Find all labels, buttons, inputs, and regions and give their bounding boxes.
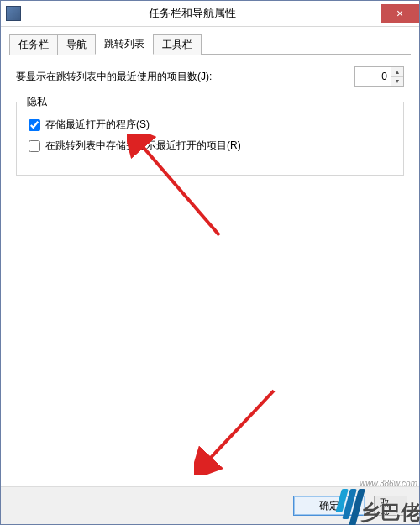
spinner-down[interactable]: ▼	[391, 77, 403, 87]
jumplist-count-label: 要显示在跳转列表中的最近使用的项目数(J):	[16, 70, 212, 84]
store-items-row[interactable]: 在跳转列表中存储并显示最近打开的项目(R)	[29, 139, 395, 153]
svg-line-1	[207, 391, 274, 462]
label-accel: (S)	[136, 118, 150, 130]
annotation-arrow-bottom	[194, 382, 286, 475]
tabstrip-container: 任务栏 导航 跳转列表 工具栏	[1, 27, 419, 55]
dialog-window: 任务栏和导航属性 × 任务栏 导航 跳转列表 工具栏 要显示在跳转列表中的最近使…	[0, 0, 420, 525]
content-area: 要显示在跳转列表中的最近使用的项目数(J): ▲ ▼ 隐私 存储最近打开的程序(…	[1, 55, 419, 486]
label-accel: (R)	[227, 139, 241, 151]
app-icon	[6, 6, 21, 21]
titlebar: 任务栏和导航属性 ×	[1, 1, 419, 27]
label-text: 存储最近打开的程序	[45, 118, 136, 130]
privacy-groupbox: 隐私 存储最近打开的程序(S) 在跳转列表中存储并显示最近打开的项目(R)	[16, 102, 404, 176]
jumplist-count-row: 要显示在跳转列表中的最近使用的项目数(J): ▲ ▼	[16, 66, 404, 87]
jumplist-count-spinner[interactable]: ▲ ▼	[354, 66, 404, 87]
button-bar: 确定 取消	[1, 486, 419, 524]
tab-label: 任务栏	[18, 39, 49, 50]
store-programs-row[interactable]: 存储最近打开的程序(S)	[29, 118, 395, 132]
window-title: 任务栏和导航属性	[21, 6, 381, 21]
tab-label: 跳转列表	[104, 38, 144, 50]
tab-jumplist[interactable]: 跳转列表	[95, 34, 154, 55]
label-text: 在跳转列表中存储并显示最近打开的项目	[45, 139, 227, 151]
tab-label: 导航	[66, 39, 87, 50]
cancel-button[interactable]: 取消	[374, 496, 407, 516]
store-items-label: 在跳转列表中存储并显示最近打开的项目(R)	[45, 139, 241, 153]
close-button[interactable]: ×	[381, 4, 419, 23]
tab-toolbars[interactable]: 工具栏	[153, 34, 202, 55]
store-items-checkbox[interactable]	[29, 140, 40, 152]
close-icon: ×	[396, 8, 403, 19]
tab-label: 工具栏	[162, 39, 192, 50]
spinner-up[interactable]: ▲	[391, 67, 403, 77]
tab-taskbar[interactable]: 任务栏	[9, 34, 58, 55]
store-programs-label: 存储最近打开的程序(S)	[45, 118, 150, 132]
jumplist-count-input[interactable]	[355, 67, 391, 86]
ok-button[interactable]: 确定	[293, 496, 365, 516]
spinner-arrows: ▲ ▼	[391, 67, 403, 86]
tab-navigation[interactable]: 导航	[57, 34, 96, 55]
tabstrip: 任务栏 导航 跳转列表 工具栏	[9, 34, 411, 55]
store-programs-checkbox[interactable]	[29, 119, 40, 131]
privacy-legend: 隐私	[24, 95, 50, 109]
